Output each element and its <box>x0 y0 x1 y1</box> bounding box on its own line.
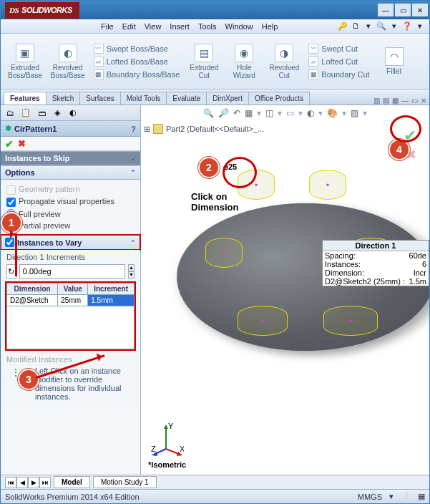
property-mgr-icon[interactable]: 📋 <box>19 107 32 119</box>
table-row[interactable]: D2@Sketch 25mm 1.5mm <box>7 295 135 306</box>
boundary-cut-button[interactable]: ▦Boundary Cut <box>308 69 369 79</box>
cancel-button[interactable]: ✖ <box>18 138 26 149</box>
appearance-icon[interactable]: 🎨 <box>327 108 338 118</box>
instances-to-vary-header[interactable]: Instances to Vary⌃ <box>1 235 140 250</box>
split-view-icon[interactable]: ▥ <box>373 97 380 105</box>
spacing-value[interactable]: 60de <box>409 251 426 260</box>
close-button[interactable]: ✕ <box>412 4 428 16</box>
tab-sketch[interactable]: Sketch <box>46 92 81 105</box>
view-label: *Isometric <box>148 460 186 469</box>
direction-callout: Direction 1 Spacing:60de Instances:6 Dim… <box>322 240 429 286</box>
extruded-cut-button[interactable]: ▤Extruded Cut <box>184 35 224 87</box>
svg-text:X: X <box>180 445 184 453</box>
pattern-instance[interactable] <box>323 306 378 336</box>
cell-value[interactable]: 25mm <box>58 295 88 306</box>
split-view-icon[interactable]: ▤ <box>383 97 389 105</box>
revolved-cut-button[interactable]: ◑Revolved Cut <box>264 35 304 87</box>
pushpin-icon[interactable]: 🔑 <box>338 21 348 31</box>
hide-show-icon[interactable]: ◐ <box>307 108 314 118</box>
dimxpert-mgr-icon[interactable]: ◈ <box>51 107 64 119</box>
graphics-viewport[interactable]: 🔍 🔎 ↶ ▦ ▾ ◫▾ ▭▾ ◐▾ 🎨▾ ▨▾ ⊞ Part2 (Defaul… <box>141 105 429 489</box>
menu-view[interactable]: View <box>145 22 162 31</box>
menu-help[interactable]: Help <box>262 22 278 31</box>
tab-motion-study[interactable]: Motion Study 1 <box>93 476 157 488</box>
ok-button[interactable]: ✔ <box>5 138 14 150</box>
tab-features[interactable]: Features <box>4 92 47 105</box>
lofted-cut-button[interactable]: ▱Lofted Cut <box>308 57 369 67</box>
instances-skip-header[interactable]: Instances to Skip⌄ <box>1 151 140 165</box>
cell-increment[interactable]: 1.5mm <box>88 295 135 306</box>
new-doc-icon[interactable]: 🗋 <box>351 21 361 31</box>
pattern-instance[interactable] <box>309 170 346 200</box>
maximize-button[interactable]: ▭ <box>395 4 411 16</box>
display-style-icon[interactable]: ▭ <box>286 108 294 118</box>
swept-cut-button[interactable]: 〰Swept Cut <box>308 44 369 54</box>
dropdown-icon[interactable]: ▾ <box>389 21 399 31</box>
title-bar: DSSOLIDWORKS — ▭ ✕ <box>1 1 429 19</box>
dropdown-icon[interactable]: ▾ <box>415 21 425 31</box>
swept-boss-button[interactable]: 〰Swept Boss/Base <box>94 44 180 54</box>
pattern-instance[interactable] <box>205 238 243 268</box>
view-orient-icon[interactable]: ◫ <box>265 108 273 118</box>
status-rebuild-icon[interactable]: ▦ <box>418 492 425 501</box>
instances-value[interactable]: 6 <box>422 260 426 268</box>
revolved-boss-button[interactable]: ◐Revolved Boss/Base <box>47 35 89 87</box>
cell-dimension[interactable]: D2@Sketch <box>7 295 58 306</box>
menu-insert[interactable]: Insert <box>170 22 190 31</box>
pattern-instance[interactable] <box>238 306 288 336</box>
tab-surfaces[interactable]: Surfaces <box>79 92 120 105</box>
options-header[interactable]: Options⌃ <box>1 165 140 180</box>
config-mgr-icon[interactable]: 🗃 <box>35 107 48 119</box>
callout-2: 2 <box>200 158 218 177</box>
tab-dimxpert[interactable]: DimXpert <box>206 92 249 105</box>
svg-text:Z: Z <box>151 445 156 453</box>
prev-view-icon[interactable]: ↶ <box>233 108 240 118</box>
tab-model[interactable]: Model <box>54 476 90 488</box>
extruded-boss-button[interactable]: ▣Extruded Boss/Base <box>4 35 47 87</box>
hole-wizard-button[interactable]: ◉Hole Wizard <box>224 35 264 87</box>
status-help-icon[interactable]: ❔ <box>401 492 411 501</box>
status-units[interactable]: MMGS <box>358 493 382 501</box>
tab-mold-tools[interactable]: Mold Tools <box>120 92 167 105</box>
tab-nav-first[interactable]: ⏮ <box>5 477 16 488</box>
minimize-button[interactable]: — <box>378 4 394 16</box>
tab-nav-last[interactable]: ⏭ <box>39 477 51 488</box>
menu-edit[interactable]: Edit <box>122 22 136 31</box>
instances-to-vary-checkbox[interactable] <box>5 238 14 247</box>
help-icon[interactable]: ❓ <box>402 21 412 31</box>
split-view-icon[interactable]: ▦ <box>392 97 399 105</box>
d2-value[interactable]: 1.5m <box>409 277 426 286</box>
full-preview-label: Full preview <box>19 210 61 218</box>
boundary-boss-button[interactable]: ▦Boundary Boss/Base <box>94 69 180 79</box>
section-view-icon[interactable]: ▦ <box>245 108 253 118</box>
flyout-tree-node[interactable]: ⊞ Part2 (Default<<Default>_... <box>144 124 264 134</box>
dropdown-icon[interactable]: ▾ <box>363 21 373 31</box>
menu-window[interactable]: Window <box>225 22 253 31</box>
display-mgr-icon[interactable]: ◐ <box>67 107 79 119</box>
help-icon[interactable]: ? <box>131 125 136 133</box>
spin-up-button[interactable]: ▲ <box>128 264 135 271</box>
feature-tree-icon[interactable]: 🗂 <box>4 107 16 119</box>
geometry-pattern-checkbox[interactable] <box>6 185 16 195</box>
dimension-value[interactable]: Incr <box>414 268 426 277</box>
tab-nav-next[interactable]: ▶ <box>28 477 39 488</box>
tab-nav-prev[interactable]: ◀ <box>16 477 28 488</box>
property-manager-panel: 🗂 📋 🗃 ◈ ◐ ✱ CirPattern1 ? ✔ ✖ Instances … <box>1 105 141 489</box>
minimize-doc-icon[interactable]: — <box>401 97 409 105</box>
restore-doc-icon[interactable]: ▭ <box>411 97 418 105</box>
zoom-area-icon[interactable]: 🔎 <box>218 108 229 118</box>
fillet-button[interactable]: ◠Fillet <box>374 35 414 87</box>
menu-file[interactable]: File <box>101 22 114 31</box>
tab-office-products[interactable]: Office Products <box>248 92 310 105</box>
angle-input[interactable] <box>19 264 125 278</box>
tab-evaluate[interactable]: Evaluate <box>166 92 207 105</box>
close-doc-icon[interactable]: ✕ <box>421 97 426 105</box>
zoom-fit-icon[interactable]: 🔍 <box>203 108 214 118</box>
scene-icon[interactable]: ▨ <box>351 108 358 118</box>
lofted-boss-button[interactable]: ▱Lofted Boss/Base <box>94 57 180 67</box>
search-icon[interactable]: 🔍 <box>376 21 386 31</box>
window-controls: — ▭ ✕ <box>378 4 429 16</box>
menu-tools[interactable]: Tools <box>198 22 217 31</box>
spin-down-button[interactable]: ▼ <box>128 271 135 278</box>
propagate-visual-checkbox[interactable] <box>6 198 16 207</box>
